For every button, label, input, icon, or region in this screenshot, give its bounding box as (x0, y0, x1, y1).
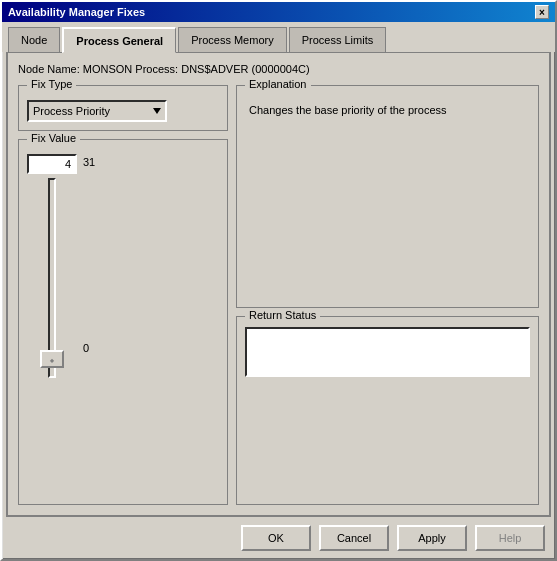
main-panels: Fix Type Process Priority Fix Value (18, 85, 539, 505)
slider-thumb[interactable]: ⬥ (40, 350, 64, 368)
tab-node[interactable]: Node (8, 27, 60, 53)
explanation-label: Explanation (245, 78, 311, 90)
fix-type-dropdown[interactable]: Process Priority (27, 100, 167, 122)
tab-process-limits[interactable]: Process Limits (289, 27, 387, 53)
fix-type-value: Process Priority (33, 105, 110, 117)
button-bar: OK Cancel Apply Help (2, 517, 555, 559)
explanation-group: Explanation Changes the base priority of… (236, 85, 539, 308)
slider-thumb-icon: ⬥ (49, 354, 55, 365)
slider-track[interactable]: ⬥ (48, 178, 56, 378)
content-area: Node Name: MONSON Process: DNS$ADVER (00… (6, 52, 551, 517)
apply-button[interactable]: Apply (397, 525, 467, 551)
close-button[interactable]: × (535, 5, 549, 19)
cancel-button[interactable]: Cancel (319, 525, 389, 551)
fix-type-select-container: Process Priority (27, 100, 219, 122)
node-info: Node Name: MONSON Process: DNS$ADVER (00… (18, 63, 539, 75)
ok-button[interactable]: OK (241, 525, 311, 551)
fix-value-input[interactable] (27, 154, 77, 174)
slider-labels: 31 0 (83, 154, 95, 354)
main-window: Availability Manager Fixes × Node Proces… (0, 0, 557, 561)
slider-wrapper: ⬥ (32, 178, 72, 378)
title-bar: Availability Manager Fixes × (2, 2, 555, 22)
fix-type-group: Fix Type Process Priority (18, 85, 228, 131)
left-panel: Fix Type Process Priority Fix Value (18, 85, 228, 505)
window-title: Availability Manager Fixes (8, 6, 145, 18)
return-status-label: Return Status (245, 309, 320, 321)
slider-min-label: 0 (83, 342, 95, 354)
explanation-text: Changes the base priority of the process (245, 96, 530, 124)
return-status-group: Return Status (236, 316, 539, 505)
fix-value-label: Fix Value (27, 132, 80, 144)
help-button[interactable]: Help (475, 525, 545, 551)
tabs-bar: Node Process General Process Memory Proc… (2, 22, 555, 52)
tab-process-memory[interactable]: Process Memory (178, 27, 287, 53)
tab-process-general[interactable]: Process General (62, 27, 176, 53)
fix-value-group: Fix Value ⬥ (18, 139, 228, 505)
slider-max-label: 31 (83, 156, 95, 168)
return-status-content (245, 327, 530, 377)
fix-type-label: Fix Type (27, 78, 76, 90)
dropdown-arrow-icon (153, 108, 161, 114)
right-panel: Explanation Changes the base priority of… (236, 85, 539, 505)
